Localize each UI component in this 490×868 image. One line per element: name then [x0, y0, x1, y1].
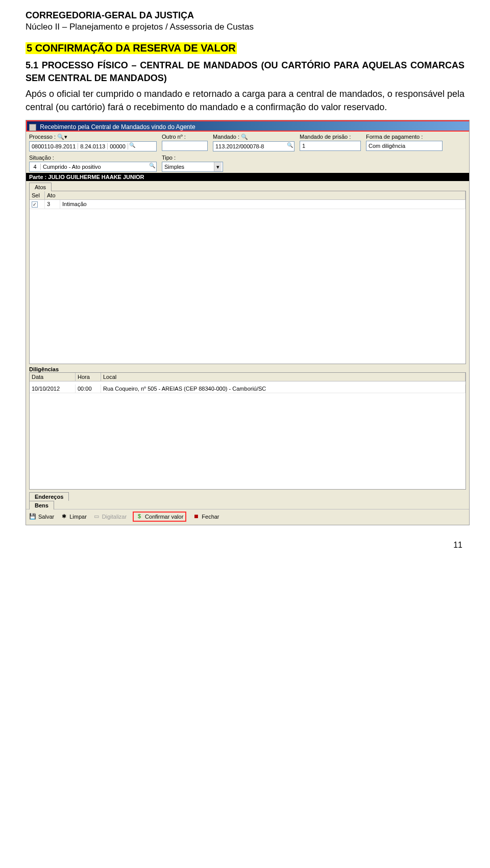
dropdown-tipo[interactable]: Simples	[162, 162, 223, 172]
label-mandado: Mandado : 🔍	[213, 134, 295, 140]
label-forma-pagamento: Forma de pagamento :	[366, 134, 443, 140]
label-diligencias: Diligências	[26, 364, 469, 372]
window-title-text: Recebimento pela Central de Mandados vin…	[40, 123, 195, 131]
page-number: 11	[26, 541, 464, 550]
search-icon[interactable]: 🔍	[286, 142, 294, 150]
search-icon[interactable]: 🔍	[128, 142, 136, 150]
input-mandado-prisao[interactable]: 1	[300, 141, 361, 151]
input-forma-pagamento[interactable]: Com diligência	[366, 141, 443, 151]
col-local: Local	[101, 373, 465, 381]
col-sel: Sel	[30, 191, 45, 199]
input-mandado[interactable]: 113.2012/000078-8 🔍	[213, 141, 295, 151]
table-row[interactable]: 10/10/2012 00:00 Rua Coqueiro, nº 505 - …	[30, 385, 465, 393]
section-heading: 5 CONFIRMAÇÃO DA RESERVA DE VALOR	[26, 42, 237, 54]
broom-icon: ✱	[60, 513, 67, 520]
section-subheading: 5.1 PROCESSO FÍSICO – CENTRAL DE MANDADO…	[26, 59, 464, 85]
tab-enderecos[interactable]: Endereços	[29, 492, 69, 501]
input-situacao[interactable]: 4 Cumprido - Ato positivo 🔍	[29, 162, 157, 172]
label-tipo: Tipo :	[162, 155, 223, 161]
salvar-button[interactable]: 💾 Salvar	[29, 513, 54, 520]
tab-bens[interactable]: Bens	[29, 501, 54, 509]
money-icon: $	[136, 513, 143, 520]
label-outro-n: Outro nº :	[162, 134, 208, 140]
doc-header-title: CORREGEDORIA-GERAL DA JUSTIÇA	[26, 10, 464, 21]
window-titlebar: Recebimento pela Central de Mandados vin…	[26, 120, 469, 132]
close-icon: ⏹	[192, 513, 200, 520]
diligencias-grid: Data Hora Local 10/10/2012 00:00 Rua Coq…	[29, 372, 466, 490]
col-ato: Ato	[45, 191, 465, 199]
confirmar-valor-button[interactable]: $ Confirmar valor	[133, 512, 186, 522]
limpar-button[interactable]: ✱ Limpar	[60, 513, 87, 520]
fechar-button[interactable]: ⏹ Fechar	[192, 513, 219, 520]
doc-header-subtitle: Núcleo II – Planejamento e projetos / As…	[26, 22, 464, 32]
table-row[interactable]: ✓ 3 Intimação	[30, 200, 465, 209]
save-icon: 💾	[29, 513, 36, 520]
search-icon[interactable]: 🔍	[148, 163, 156, 171]
window-icon	[29, 124, 36, 131]
input-processo[interactable]: 0800110-89.2011 8.24.0113 00000 🔍	[29, 141, 157, 151]
tab-atos[interactable]: Atos	[29, 183, 52, 191]
label-processo: Processo : 🔍▾	[29, 134, 157, 140]
bottom-toolbar: 💾 Salvar ✱ Limpar ▭ Digitalizar $ Confir…	[26, 509, 469, 525]
col-data: Data	[30, 373, 76, 381]
label-situacao: Situação :	[29, 155, 157, 161]
checkbox-icon[interactable]: ✓	[32, 201, 38, 208]
app-screenshot: Recebimento pela Central de Mandados vin…	[26, 120, 470, 525]
parte-bar: Parte : JULIO GUILHERME HAAKE JUNIOR	[26, 173, 469, 181]
atos-grid: Sel Ato ✓ 3 Intimação	[29, 191, 466, 364]
section-body: Após o oficial ter cumprido o mandado e …	[26, 88, 464, 113]
input-outro-n[interactable]	[162, 141, 208, 151]
label-mandado-prisao: Mandado de prisão :	[300, 134, 361, 140]
col-hora: Hora	[76, 373, 101, 381]
scanner-icon: ▭	[93, 513, 100, 520]
digitalizar-button: ▭ Digitalizar	[93, 513, 127, 520]
